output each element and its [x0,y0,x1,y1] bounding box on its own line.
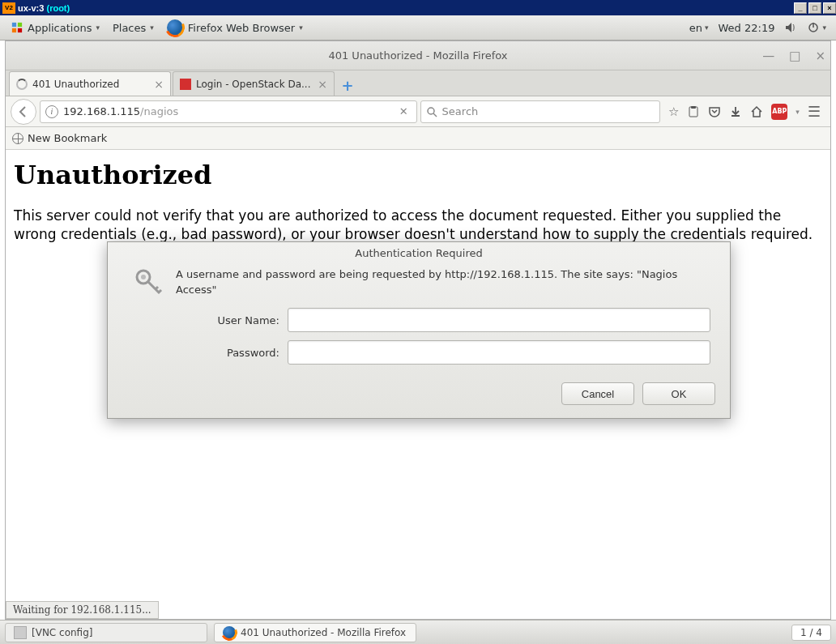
vnc-title-suffix: (root) [46,3,70,13]
svg-point-6 [428,108,434,114]
gnome-bottom-panel: [VNC config] 401 Unauthorized - Mozilla … [0,620,836,644]
svg-line-7 [433,113,437,117]
firefox-titlebar[interactable]: 401 Unauthorized - Mozilla Firefox — □ × [6,41,830,70]
generic-app-icon [14,626,27,639]
navigation-toolbar: i 192.168.1.115/nagios ✕ Search ☆ A [6,96,830,127]
home-icon[interactable] [750,105,763,118]
workspace-label: 1 / 4 [800,627,822,638]
dropdown-arrow-icon: ▾ [822,23,826,32]
globe-icon [12,133,23,144]
firefox-label: Firefox Web Browser [188,22,295,34]
firefox-icon [167,19,183,36]
firefox-window-title: 401 Unauthorized - Mozilla Firefox [328,49,507,62]
dropdown-arrow-icon: ▾ [96,23,100,32]
dropdown-arrow-icon: ▾ [150,23,154,32]
bookmark-star-icon[interactable]: ☆ [668,104,679,119]
dropdown-arrow-icon: ▾ [299,23,303,32]
page-body-text: This server could not verify that you ar… [14,207,822,244]
status-text: Waiting for 192.168.1.115... [13,604,151,616]
ok-button[interactable]: OK [642,382,715,405]
svg-rect-9 [691,106,696,109]
menu-button[interactable]: ☰ [808,103,821,120]
bookmark-item[interactable]: New Bookmark [28,132,107,144]
username-input[interactable] [288,308,710,332]
vnc-close-button[interactable]: × [823,2,836,14]
speaker-icon [784,21,797,34]
window-maximize-button[interactable]: □ [789,49,800,63]
vnc-maximize-button[interactable]: □ [808,2,821,14]
applications-menu[interactable]: Applications ▾ [5,15,106,40]
firefox-icon [223,626,236,639]
task-vnc-config[interactable]: [VNC config] [5,623,207,642]
window-close-button[interactable]: × [815,49,825,63]
username-label: User Name: [127,314,288,326]
bookmarks-toolbar: New Bookmark [6,127,830,150]
vnc-minimize-button[interactable]: _ [794,2,807,14]
toolbar-icons: ☆ ABP ▾ ☰ [663,103,825,120]
tab-openstack-login[interactable]: Login - OpenStack Da... × [173,71,335,96]
new-tab-button[interactable]: + [336,75,359,96]
stop-reload-button[interactable]: ✕ [396,105,412,117]
password-label: Password: [127,347,288,359]
gnome-top-panel: Applications ▾ Places ▾ Firefox Web Brow… [0,15,836,41]
vnc-title: ux-v:3 (root) [18,3,70,13]
task-firefox[interactable]: 401 Unauthorized - Mozilla Firefox [214,623,416,642]
loading-throbber-icon [16,79,28,90]
tab-strip: 401 Unauthorized × Login - OpenStack Da.… [6,70,830,96]
clock[interactable]: Wed 22:19 [714,22,780,34]
search-bar[interactable]: Search [420,100,660,123]
svg-rect-2 [12,28,16,32]
auth-dialog: Authentication Required A username and p… [107,241,731,419]
key-icon [132,266,164,298]
password-input[interactable] [288,340,710,365]
back-button[interactable] [11,99,36,125]
status-bar: Waiting for 192.168.1.115... [6,601,159,619]
svg-point-11 [141,275,146,279]
tab-401-unauthorized[interactable]: 401 Unauthorized × [9,71,171,96]
url-bar[interactable]: i 192.168.1.115/nagios ✕ [40,100,417,123]
lang-label: en [689,22,702,34]
keyboard-layout[interactable]: en▾ [685,22,714,34]
svg-rect-0 [12,23,16,27]
downloads-icon[interactable] [729,105,742,118]
power-icon [807,21,820,34]
adblock-icon[interactable]: ABP [771,104,787,120]
auth-form: User Name: Password: [108,301,730,376]
power-indicator[interactable]: ▾ [802,21,831,34]
search-icon [426,106,437,117]
window-minimize-button[interactable]: — [762,49,774,63]
page-heading: Unauthorized [14,160,822,190]
vnc-app-icon: V2 [2,2,15,14]
tab-label: 401 Unauthorized [32,79,151,90]
auth-dialog-title: Authentication Required [108,242,730,267]
clipboard-icon[interactable] [687,105,700,118]
task-label: [VNC config] [32,627,92,638]
task-label: 401 Unauthorized - Mozilla Firefox [241,627,406,638]
places-menu[interactable]: Places ▾ [106,15,160,40]
tab-close-button[interactable]: × [318,78,327,91]
clock-label: Wed 22:19 [719,22,775,34]
openstack-favicon-icon [180,79,191,90]
vnc-title-prefix: ux-v:3 [18,3,46,13]
firefox-menu[interactable]: Firefox Web Browser ▾ [160,15,309,40]
vnc-titlebar: V2 ux-v:3 (root) _ □ × [0,0,836,15]
workspace-switcher[interactable]: 1 / 4 [791,625,831,641]
search-placeholder: Search [442,105,479,117]
applications-label: Applications [28,22,92,34]
dropdown-arrow-icon: ▾ [795,108,800,116]
vnc-window-buttons: _ □ × [792,2,836,14]
svg-rect-1 [18,23,22,27]
tab-close-button[interactable]: × [154,78,164,91]
svg-rect-3 [18,28,22,32]
volume-indicator[interactable] [779,21,802,34]
cancel-button[interactable]: Cancel [561,382,634,405]
back-arrow-icon [16,104,31,119]
url-path: /nagios [140,105,178,117]
dropdown-arrow-icon: ▾ [705,23,709,32]
auth-message: A username and password are being reques… [176,267,710,298]
places-label: Places [113,22,146,34]
url-host: 192.168.1.115 [63,105,140,117]
pocket-icon[interactable] [708,105,721,118]
site-info-icon[interactable]: i [45,105,58,118]
applications-icon [11,22,23,33]
